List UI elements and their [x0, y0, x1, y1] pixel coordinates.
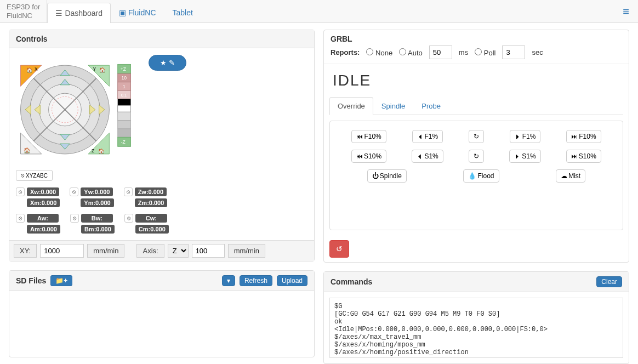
report-none[interactable]: None [366, 48, 392, 57]
poll-unit: sec [532, 48, 543, 56]
spindle-toggle[interactable]: ⏻Spindle [367, 169, 407, 183]
z-step-1-down[interactable] [118, 121, 131, 129]
subtab-probe[interactable]: Probe [413, 97, 449, 115]
pos-zm: Zm:0.000 [135, 198, 168, 207]
tab-dashboard[interactable]: ☰Dashboard [47, 3, 111, 23]
fast-rewind-icon: ⏮ [356, 133, 363, 140]
z-mid-black [118, 99, 131, 105]
feed-reset[interactable]: ↻ [469, 130, 484, 143]
poll-interval-input[interactable] [502, 46, 525, 59]
sd-filter-button[interactable]: ▾ [222, 275, 235, 286]
commands-log[interactable]: $G [GC:G0 G54 G17 G21 G90 G94 M5 M9 T0 F… [329, 298, 623, 358]
svg-text:X: X [35, 66, 38, 72]
droplet-icon: 💧 [468, 172, 476, 180]
controls-panel: Controls [9, 30, 315, 261]
step-back-icon: ⏴ [417, 133, 424, 140]
spindle-reset[interactable]: ↻ [469, 150, 484, 163]
commands-panel: Commands Clear $G [GC:G0 G54 G17 G21 G90… [323, 271, 629, 364]
pos-yw: Yw:0.000 [81, 187, 113, 196]
feed-plus-10[interactable]: ⏭F10% [566, 130, 601, 143]
svg-text:+Z: +Z [121, 66, 126, 72]
pos-bw: Bw: [81, 214, 113, 223]
feed-plus-1[interactable]: ⏵ F1% [510, 130, 541, 143]
feed-minus-10[interactable]: ⏮F10% [351, 130, 386, 143]
fast-forward-icon: ⏭ [571, 152, 578, 160]
svg-text:1: 1 [123, 84, 126, 89]
z-step-10-down[interactable] [118, 129, 131, 137]
spindle-plus-1[interactable]: ⏵ S1% [509, 150, 540, 163]
xy-feed-input[interactable] [40, 244, 84, 258]
zero-b-button[interactable]: ⦸ [70, 214, 79, 223]
zero-c-button[interactable]: ⦸ [124, 214, 133, 223]
star-icon: ★ [160, 59, 167, 67]
grbl-status: Idle [324, 64, 629, 97]
pos-aw: Aw: [27, 214, 59, 223]
sd-file-list [9, 291, 314, 357]
sd-refresh-button[interactable]: Refresh [240, 275, 272, 286]
jog-control[interactable]: 🏠X Y🏠 🏠 Z🏠 +Z 10 1 0.1 [16, 55, 142, 164]
jog-z-minus[interactable]: -Z [118, 137, 131, 146]
grbl-title: GRBL [331, 35, 622, 43]
pos-bm: Bm:0.000 [81, 225, 115, 234]
sd-upload-button[interactable]: Upload [277, 275, 307, 286]
zero-xyzabc-button[interactable]: ⦸XYZABC [16, 170, 53, 181]
z-mid-white [118, 105, 131, 112]
zero-x-button[interactable]: ⦸ [16, 187, 25, 196]
brand-label: ESP3D for FluidNC [0, 0, 47, 22]
spindle-plus-10[interactable]: ⏭S10% [566, 150, 601, 163]
report-poll[interactable]: Poll [475, 48, 495, 57]
auto-unit: ms [459, 48, 468, 56]
sd-folder-button[interactable]: 📁+ [50, 275, 72, 286]
report-auto[interactable]: Auto [399, 48, 423, 57]
spindle-minus-1[interactable]: ⏴ S1% [412, 150, 443, 163]
menu-button[interactable]: ≡ [614, 0, 638, 22]
feed-minus-1[interactable]: ⏴ F1% [412, 130, 443, 143]
grbl-reset-button[interactable]: ↺ [329, 240, 349, 258]
commands-title: Commands [331, 277, 372, 286]
mist-toggle[interactable]: ☁Mist [556, 169, 585, 183]
zero-y-button[interactable]: ⦸ [70, 187, 78, 196]
flood-toggle[interactable]: 💧Flood [463, 169, 499, 183]
svg-text:10: 10 [122, 75, 127, 81]
z-step-01-down[interactable] [118, 112, 131, 120]
svg-text:Y: Y [93, 66, 96, 72]
cloud-icon: ☁ [561, 172, 567, 180]
xy-label: XY: [14, 244, 37, 258]
fast-forward-icon: ⏭ [571, 133, 578, 140]
commands-clear-button[interactable]: Clear [596, 276, 622, 287]
reports-label: Reports: [331, 48, 360, 56]
svg-text:0.1: 0.1 [121, 93, 127, 98]
fluidnc-icon: ▣ [119, 8, 126, 17]
z-feed-input[interactable] [192, 244, 225, 258]
power-icon: ⏻ [372, 172, 379, 180]
jog-z-plus[interactable]: +Z [118, 64, 131, 73]
pencil-icon: ✎ [169, 59, 175, 67]
pos-cw: Cw: [135, 214, 167, 223]
subtab-spindle[interactable]: Spindle [373, 97, 413, 115]
pos-xm: Xm:0.000 [27, 198, 60, 207]
pos-xw: Xw:0.000 [27, 187, 59, 196]
filter-icon: ▾ [227, 277, 230, 285]
axis-select[interactable]: Z [168, 244, 189, 258]
refresh-icon: ↻ [474, 152, 479, 160]
refresh-icon: ↻ [474, 133, 479, 140]
zero-z-button[interactable]: ⦸ [124, 187, 133, 196]
tab-tablet[interactable]: Tablet [164, 2, 201, 22]
axis-label: Axis: [136, 244, 164, 258]
spindle-minus-10[interactable]: ⏮S10% [351, 150, 386, 163]
pos-zw: Zw:0.000 [135, 187, 167, 196]
auto-interval-input[interactable] [429, 46, 452, 59]
tab-fluidnc[interactable]: ▣FluidNC [111, 2, 164, 22]
macro-edit-button[interactable]: ★✎ [149, 55, 186, 71]
dashboard-icon: ☰ [55, 9, 62, 18]
zero-a-button[interactable]: ⦸ [16, 214, 25, 223]
zero-icon: ⦸ [21, 172, 24, 179]
pos-cm: Cm:0.000 [135, 225, 169, 234]
xy-unit: mm/min [87, 244, 124, 258]
z-unit: mm/min [228, 244, 265, 258]
pos-am: Am:0.000 [27, 225, 60, 234]
folder-plus-icon: 📁+ [55, 277, 67, 285]
sd-panel: SD Files 📁+ ▾ Refresh Upload [9, 270, 315, 357]
svg-text:🏠: 🏠 [99, 67, 106, 73]
subtab-override[interactable]: Override [329, 97, 373, 115]
